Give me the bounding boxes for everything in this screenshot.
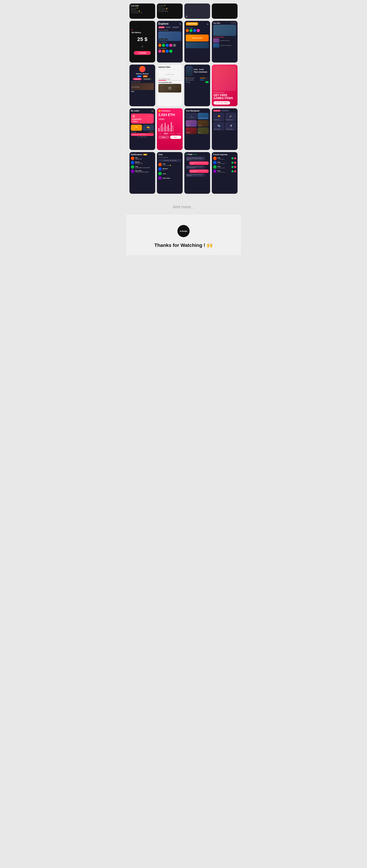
friend-actions-1 xyxy=(231,157,236,159)
msg-1: Is there something that you find difficu… xyxy=(186,156,205,161)
notifications-badge: new xyxy=(143,154,147,155)
phone-weapons: Weapons ⬇ Searching By... 🔫 M4A4 Howl 🗡️… xyxy=(212,108,237,150)
items-icon: 🔫 xyxy=(146,126,150,129)
accept-button-2[interactable] xyxy=(231,162,233,164)
backpack-grid: + + Add Item Lineage of Legends Fortnite… xyxy=(186,113,209,134)
eth-active-badge: ACTIVE xyxy=(158,118,165,120)
add-item-button[interactable]: + + Add Item xyxy=(186,113,197,119)
upload-zone[interactable]: ⬆ UPLOAD VIDEO xyxy=(158,69,181,77)
phone-shooter: #SHOOTER 🔍 Top channels Top Clips COUNTE… xyxy=(185,21,210,62)
footer-section: m.design Thanks for Watching ! 🙌 xyxy=(126,215,241,255)
msg-4: If you could play any type of game in fr… xyxy=(189,169,209,173)
storage-track xyxy=(158,80,177,81)
clips-section-label: Clips xyxy=(131,91,154,92)
channel-avatar-1 xyxy=(158,44,162,47)
start-conversation[interactable]: + Start New Conversation xyxy=(158,159,181,162)
add-item-label: + Add Item xyxy=(189,117,194,118)
week-tab[interactable]: WEEK xyxy=(163,133,169,134)
notif-avatar-michael xyxy=(131,161,134,164)
profile-name: MICHAL MASIAK xyxy=(136,73,149,75)
phone-free-games: COMPLETE TASKS GET FREE GAMES ITEMS STAR… xyxy=(212,65,237,106)
buy-button[interactable]: BUY xyxy=(170,135,181,139)
confirm-button[interactable]: CONFIRM xyxy=(134,51,151,55)
tag-shooter[interactable]: SHOOTER xyxy=(172,26,179,28)
logo-text: m.design xyxy=(180,230,187,232)
weapons-filter-search[interactable]: Searching By... xyxy=(221,110,230,112)
chat-toggle[interactable] xyxy=(205,81,209,83)
decline-button-2[interactable] xyxy=(234,162,236,164)
accept-button-4[interactable] xyxy=(231,170,233,173)
play-icon[interactable]: ▶ xyxy=(168,87,171,90)
stream-preview: Hunt and Murder ! xyxy=(131,83,154,90)
wallet-icon: + xyxy=(151,110,154,113)
phone-chat-list: Chat Friend requests + Start New Convers… xyxy=(157,152,182,194)
search-icon[interactable]: 🔍 xyxy=(179,24,181,25)
friend-mutual-2: 2 mutual friends xyxy=(218,163,225,164)
mic-volume-fill xyxy=(200,80,204,80)
wallet-amount: 2,024 ETH xyxy=(132,118,152,120)
backpack-item-valorant: Valorent xyxy=(186,127,197,134)
livestream-stats: 5,481 36,849 xyxy=(194,69,207,70)
weapon-broken-fang: 🧤 Broken Fang xyxy=(213,122,224,130)
start-items-button[interactable]: START GET ITEMS xyxy=(214,101,230,104)
sound-volume-bar[interactable] xyxy=(200,78,209,78)
explore-tags: ACTION SPORT SHOOTER xyxy=(158,26,181,28)
year-tab[interactable]: YEAR xyxy=(176,133,181,134)
chat-fide[interactable]: Fide Thanks to help 😊 xyxy=(158,163,181,166)
channel-avatar-3 xyxy=(166,44,169,47)
weapon-m4a4: 🔫 M4A4 Howl xyxy=(213,113,224,121)
weapons-filter: Weapons ⬇ Searching By... xyxy=(213,110,236,112)
sell-button[interactable]: SELL xyxy=(158,135,169,139)
card-number: — — — 465 xyxy=(147,116,152,117)
weapons-filter-active[interactable]: Weapons ⬇ xyxy=(213,110,221,112)
phone-set-money: Set Money 25 $ ▼ CONFIRM xyxy=(130,21,155,62)
chat-jony[interactable]: Jony xyxy=(158,172,181,175)
decline-button-1[interactable] xyxy=(234,157,236,159)
uploaded-thumb: ▶ xyxy=(158,84,181,93)
month-tab[interactable]: MONTH xyxy=(169,133,175,134)
fortnite-thumb xyxy=(213,38,219,43)
chat-mark[interactable]: Mark Soller xyxy=(158,176,181,180)
friend-actions-4 xyxy=(231,170,236,173)
mic-volume-bar[interactable] xyxy=(200,80,209,80)
get-items-label: GET ITEMS QUEST xyxy=(131,136,154,137)
weapons-grid: 🔫 M4A4 Howl 🗡️ Karambit Fade 🧤 Broken Fa… xyxy=(213,113,236,130)
eth-icon xyxy=(158,110,161,112)
exchange-label: Exchange xyxy=(131,131,136,133)
profile-stats: 84.6k 93.1k xyxy=(137,75,147,77)
try-shoot-label: Try Shoot xyxy=(231,22,236,24)
friend-avatar-3 xyxy=(213,165,217,169)
wallet-title: My wallet + xyxy=(131,110,154,113)
last-stream-section: Last Save Stream Hunt and Murder ! Clips xyxy=(131,81,154,92)
tag-sport[interactable]: SPORT xyxy=(165,26,171,28)
friend-4: Fide 4 mutual friends xyxy=(213,169,236,173)
phone-chat-conversation: F4ade Online Is there something that you… xyxy=(185,152,210,194)
exchange-icon: 🏆 xyxy=(135,126,138,129)
accept-button-3[interactable] xyxy=(231,166,233,168)
search-icon-2[interactable]: 🔍 xyxy=(207,24,209,25)
tag-action[interactable]: ACTION xyxy=(158,26,165,28)
chat-name-jony: Jony xyxy=(163,173,166,175)
chat-avatar-michael xyxy=(158,167,162,171)
messages-container: Is there something that you find difficu… xyxy=(186,156,209,178)
phone-top-clips: Top Clips Try Shoot COUNTER STRIKE FORTN… xyxy=(212,21,237,62)
followers-count: 5,481 xyxy=(194,69,198,70)
friend-2: Fide 2 mutual friends xyxy=(213,161,236,164)
sound-dot xyxy=(186,78,187,79)
friend-name-1: Fide xyxy=(218,157,225,159)
backpack-item-dust: Dust xyxy=(198,127,209,134)
phone-chat-partial: Good shoot 💡 Keep it up ! Have a nice da… xyxy=(157,3,182,19)
decline-button-4[interactable] xyxy=(234,170,236,173)
message-button[interactable]: MESSAGE xyxy=(142,78,152,80)
follow-button[interactable]: FOLLOW xyxy=(133,78,142,80)
weapon-profession: 🤺 The profession... xyxy=(225,122,236,130)
decline-button-3[interactable] xyxy=(234,166,236,168)
online-status: Online xyxy=(193,154,197,155)
friend-name-2: Fide xyxy=(218,161,225,163)
accept-button-1[interactable] xyxy=(231,157,233,159)
day-tab[interactable]: DAY xyxy=(158,133,163,134)
chat-michael[interactable]: Michael Hey! xyxy=(158,167,181,171)
mic-dot xyxy=(186,80,187,81)
upload-zone-label: UPLOAD VIDEO xyxy=(165,74,174,75)
backpack-title: Your Backpack xyxy=(186,110,209,112)
